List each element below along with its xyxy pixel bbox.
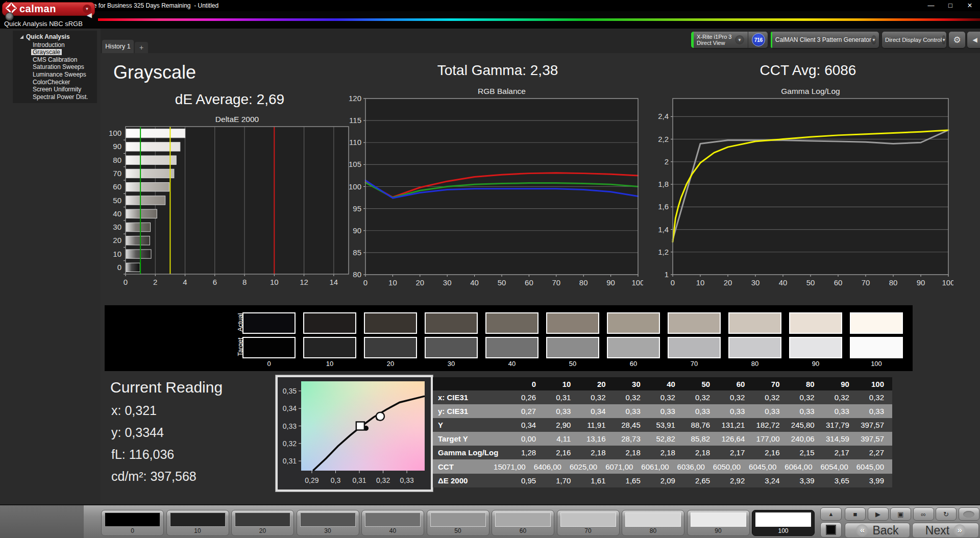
table-cell: 1,61	[579, 476, 614, 485]
table-column-header: 70	[753, 380, 788, 388]
pattern-button-0[interactable]: 0	[101, 510, 164, 536]
meter-count-badge[interactable]: 716	[752, 33, 765, 46]
pattern-scroll-up-button[interactable]: ▲	[820, 507, 842, 521]
chevron-down-icon: ▼	[942, 35, 946, 44]
pattern-button-30[interactable]: 30	[297, 510, 359, 536]
table-row: ΔE 20000,951,701,611,652,092,652,923,243…	[433, 474, 892, 487]
play-button[interactable]: ▶	[868, 507, 889, 521]
cie-chart-panel[interactable]: 0,290,30,310,320,330,310,320,330,340,35	[276, 375, 433, 492]
pattern-button-60[interactable]: 60	[492, 510, 554, 536]
table-cell: 1,70	[544, 476, 579, 485]
next-button[interactable]: Next »	[912, 523, 979, 538]
brand-name: calman	[19, 3, 56, 15]
sidebar-item-saturation-sweeps[interactable]: Saturation Sweeps	[31, 64, 86, 70]
svg-text:10: 10	[270, 278, 279, 286]
pattern-blackout-button[interactable]	[820, 522, 842, 537]
stop-button[interactable]: ■	[845, 507, 866, 521]
indicator-button[interactable]	[959, 507, 979, 521]
sidebar-item-spectral-power-dist-[interactable]: Spectral Power Dist.	[31, 94, 90, 100]
table-cell: 2,18	[683, 448, 718, 457]
sidebar-item-introduction[interactable]: Introduction	[31, 42, 66, 48]
actual-swatch-10	[303, 312, 356, 334]
svg-text:0,29: 0,29	[305, 476, 318, 484]
sidebar-item-luminance-sweeps[interactable]: Luminance Sweeps	[31, 71, 88, 78]
table-cell: 0,32	[614, 393, 649, 402]
pattern-button-80[interactable]: 80	[622, 510, 684, 536]
chevron-down-icon: ▼	[735, 35, 744, 44]
continuous-button[interactable]: ∞	[913, 507, 934, 521]
table-cell: 11,91	[579, 421, 614, 429]
pattern-button-90[interactable]: 90	[687, 510, 750, 536]
table-column-header: 50	[683, 380, 718, 388]
swatch-column-label: 100	[849, 360, 904, 368]
pattern-chip	[691, 512, 746, 527]
actual-swatch-50	[546, 312, 599, 334]
table-cell: 88,76	[683, 421, 718, 429]
close-button[interactable]: ×	[966, 0, 974, 11]
display-control-label: Direct Display Control	[882, 37, 942, 43]
add-tab-button[interactable]: +	[135, 42, 148, 53]
sidebar-item-screen-uniformity[interactable]: Screen Uniformity	[31, 86, 83, 92]
target-swatch-60	[607, 337, 660, 358]
svg-text:0: 0	[124, 278, 128, 286]
svg-text:0,31: 0,31	[352, 476, 366, 484]
table-cell: 2,16	[544, 448, 579, 457]
sidebar-item-cms-calibration[interactable]: CMS Calibration	[31, 57, 79, 63]
back-button[interactable]: « Back	[845, 523, 910, 538]
svg-text:85: 85	[353, 248, 361, 257]
svg-text:0,34: 0,34	[283, 404, 297, 412]
svg-text:70: 70	[113, 169, 121, 178]
meter-dropdown[interactable]: X-Rite i1Pro 3 Direct View ▼ 716	[691, 32, 768, 48]
table-cell: 0,32	[788, 393, 823, 402]
svg-text:1,8: 1,8	[658, 180, 669, 188]
sidebar-item-colorchecker[interactable]: ColorChecker	[31, 79, 71, 85]
pattern-button-70[interactable]: 70	[557, 510, 620, 536]
refresh-button[interactable]: ↻	[936, 507, 957, 521]
svg-text:1,6: 1,6	[658, 202, 669, 211]
panel-collapse-button[interactable]: ◀	[967, 32, 980, 48]
reading-x: x: 0,321	[111, 403, 157, 418]
target-point	[356, 422, 364, 430]
svg-text:20: 20	[724, 278, 732, 287]
table-cell: 0,33	[823, 407, 857, 415]
pattern-window-button[interactable]: ▣	[890, 507, 911, 521]
pattern-button-50[interactable]: 50	[427, 510, 489, 536]
svg-text:90: 90	[606, 278, 615, 287]
display-control-dropdown[interactable]: Direct Display Control ▼	[882, 32, 946, 48]
svg-text:70: 70	[552, 278, 560, 287]
actual-swatch-40	[485, 312, 538, 334]
pattern-label: 30	[297, 527, 359, 534]
sidebar-collapse-icon[interactable]: ◀	[87, 11, 92, 19]
svg-text:105: 105	[349, 160, 361, 168]
plus-icon: +	[139, 43, 143, 52]
table-cell: 0,33	[683, 407, 718, 415]
table-cell: 0,32	[823, 393, 857, 402]
svg-text:40: 40	[779, 278, 788, 287]
maximize-button[interactable]: □	[946, 0, 954, 11]
table-cell: 0,32	[857, 393, 892, 402]
pattern-button-40[interactable]: 40	[361, 510, 424, 536]
svg-text:95: 95	[353, 204, 361, 213]
tab-label: History 1	[105, 43, 130, 50]
table-column-header: 100	[857, 380, 892, 388]
pattern-generator-dropdown[interactable]: CalMAN Client 3 Pattern Generator ▼	[771, 32, 879, 48]
table-cell: 0,32	[579, 393, 614, 402]
svg-text:110: 110	[349, 138, 361, 146]
pattern-button-100[interactable]: 100	[752, 510, 815, 536]
pattern-chip	[495, 512, 551, 527]
table-cell: 4,11	[544, 434, 579, 443]
svg-text:1: 1	[665, 270, 669, 279]
target-swatch-40	[485, 337, 538, 358]
minimize-button[interactable]: —	[927, 0, 935, 11]
tab-history-1[interactable]: History 1	[102, 40, 134, 53]
table-cell: 0,32	[753, 393, 788, 402]
tree-root-quick-analysis[interactable]: Quick Analysis	[20, 33, 97, 40]
table-cell: 0,32	[649, 393, 683, 402]
title-bar: Calman 2023 Calman Ultimate for Business…	[0, 0, 980, 11]
pattern-button-10[interactable]: 10	[166, 510, 229, 536]
calman-menu-button[interactable]: calman ▼	[2, 2, 95, 16]
sidebar-item-grayscale[interactable]: Grayscale	[31, 49, 62, 55]
settings-button[interactable]: ⚙	[949, 32, 965, 48]
pattern-button-20[interactable]: 20	[231, 510, 294, 536]
tree-root-label: Quick Analysis	[26, 33, 70, 40]
